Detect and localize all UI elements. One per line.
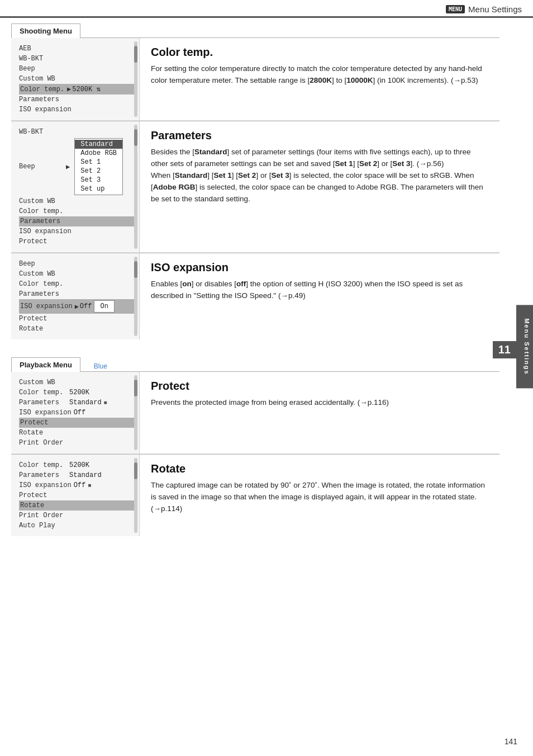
menu-item-iso-selected: ISO expansion ▶Off On (19, 299, 135, 314)
parameters-title: Parameters (151, 129, 489, 142)
rotate-title: Rotate (151, 462, 489, 475)
menu-item-beep-3: Beep (19, 259, 135, 269)
menu-item-color-temp-3: Color temp. (19, 279, 135, 289)
menu-item-custom-wb-1: Custom WB (19, 74, 135, 84)
submenu-setup: Set up (75, 185, 122, 193)
menu-item-color-temp: Color temp. ▶ 5200K ⇅ (19, 84, 135, 94)
parameters-body: Besides the [Standard] set of parameter … (151, 147, 489, 205)
chapter-number: 11 (493, 341, 516, 358)
iso-expansion-body: Enables [on] or disables [off] the optio… (151, 278, 489, 302)
iso-expansion-desc: ISO expansion Enables [on] or disables [… (140, 253, 499, 339)
menu-item-protect-1: Protect (19, 237, 135, 247)
iso-expansion-row: Beep Custom WB Color temp. Parameters IS… (11, 253, 499, 339)
rotate-menu-color-temp: Color temp. 5200K (19, 460, 135, 470)
submenu-iso: On (94, 300, 114, 313)
pb-menu-item-color-temp: Color temp. 5200K (19, 388, 135, 398)
menu-item-custom-wb-2: Custom WB (19, 196, 135, 206)
protect-title: Protect (151, 380, 489, 393)
rotate-camera-menu: Color temp. 5200K Parameters Standard IS… (11, 455, 140, 536)
pb-menu-item-custom-wb: Custom WB (19, 377, 135, 388)
color-temp-row: AEB WB-BKT Beep Custom WB Color temp. ▶ … (11, 38, 499, 121)
menu-item-iso-expansion-1: ISO expansion (19, 105, 135, 115)
menu-item-beep-1: Beep (19, 64, 135, 74)
page-header: MENU Menu Settings (0, 0, 533, 18)
header-title: Menu Settings (468, 4, 522, 14)
rotate-menu-protect: Protect (19, 490, 135, 500)
submenu-off: On (94, 302, 113, 311)
protect-body: Prevents the protected image from being … (151, 397, 489, 409)
color-temp-body: For setting the color temperature direct… (151, 63, 489, 87)
submenu-set2: Set 2 (75, 167, 122, 176)
shooting-menu-tab: Shooting Menu (11, 23, 80, 38)
menu-item-wb-bkt-1: WB-BKT (19, 54, 135, 64)
submenu-parameters: Standard Adobe RGB Set 1 Set 2 Set 3 Set… (74, 138, 123, 195)
parameters-desc: Parameters Besides the [Standard] set of… (140, 121, 499, 252)
rotate-menu-rotate: Rotate (19, 500, 135, 511)
menu-icon: MENU (446, 5, 465, 13)
rotate-menu-parameters: Parameters Standard (19, 470, 135, 480)
color-temp-title: Color temp. (151, 46, 489, 59)
menu-item-parameters-1: Parameters (19, 94, 135, 105)
shooting-section-body: AEB WB-BKT Beep Custom WB Color temp. ▶ … (11, 37, 499, 339)
page-number: 141 (505, 737, 517, 746)
color-temp-desc: Color temp. For setting the color temper… (140, 38, 499, 120)
playback-menu-tab: Playback Menu (11, 357, 80, 372)
color-temp-camera-menu: AEB WB-BKT Beep Custom WB Color temp. ▶ … (11, 38, 140, 120)
side-tab: Menu Settings (516, 305, 533, 388)
pb-menu-item-print-order: Print Order (19, 438, 135, 448)
shooting-section: Shooting Menu AEB WB-BKT Beep Custom WB … (11, 23, 499, 339)
submenu-set3: Set 3 (75, 176, 122, 185)
menu-item-wb-bkt-2: WB-BKT (19, 127, 135, 137)
protect-row: Custom WB Color temp. 5200K Parameters S… (11, 372, 499, 454)
pb-menu-item-parameters: Parameters Standard ■ (19, 398, 135, 408)
rotate-menu-print-order: Print Order (19, 511, 135, 521)
playback-section-body: Custom WB Color temp. 5200K Parameters S… (11, 371, 499, 536)
menu-item-parameters-3: Parameters (19, 289, 135, 299)
rotate-body: The captured image can be rotated by 90˚… (151, 480, 489, 515)
menu-item-color-temp-2: Color temp. (19, 206, 135, 216)
menu-item-beep-2: Beep ▶ Standard Adobe RGB Set 1 Set 2 Se… (19, 137, 135, 196)
rotate-desc: Rotate The captured image can be rotated… (140, 455, 499, 536)
playback-section: Playback Menu Blue Custom WB Color temp.… (11, 357, 499, 536)
protect-camera-menu: Custom WB Color temp. 5200K Parameters S… (11, 372, 140, 453)
menu-item-custom-wb-3: Custom WB (19, 269, 135, 279)
pb-menu-item-rotate: Rotate (19, 428, 135, 438)
protect-desc: Protect Prevents the protected image fro… (140, 372, 499, 453)
blue-label: Blue (94, 362, 107, 370)
rotate-row: Color temp. 5200K Parameters Standard IS… (11, 455, 499, 536)
menu-item-aeb: AEB (19, 44, 135, 54)
submenu-adobe-rgb: Adobe RGB (75, 149, 122, 158)
menu-item-protect-2: Protect (19, 314, 135, 324)
pb-menu-item-protect: Protect (19, 418, 135, 428)
iso-expansion-title: ISO expansion (151, 261, 489, 274)
rotate-menu-auto-play: Auto Play (19, 521, 135, 531)
menu-item-iso-expansion-2: ISO expansion (19, 226, 135, 237)
parameters-camera-menu: WB-BKT Beep ▶ Standard Adobe RGB Set 1 S… (11, 121, 140, 252)
submenu-standard: Standard (75, 140, 122, 149)
parameters-row: WB-BKT Beep ▶ Standard Adobe RGB Set 1 S… (11, 121, 499, 253)
submenu-set1: Set 1 (75, 158, 122, 167)
rotate-menu-iso: ISO expansion Off ■ (19, 480, 135, 490)
menu-item-parameters-selected: Parameters (19, 216, 135, 226)
menu-item-rotate-1: Rotate (19, 324, 135, 334)
pb-menu-item-iso: ISO expansion Off (19, 408, 135, 418)
iso-camera-menu: Beep Custom WB Color temp. Parameters IS… (11, 253, 140, 339)
